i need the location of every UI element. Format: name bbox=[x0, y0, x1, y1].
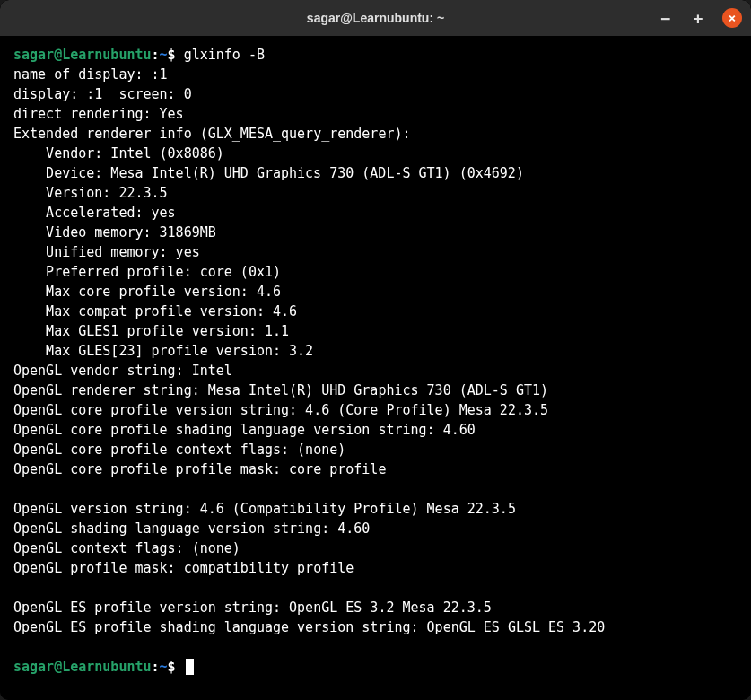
output-line: Preferred profile: core (0x1) bbox=[13, 264, 281, 280]
output-line: direct rendering: Yes bbox=[13, 106, 184, 122]
prompt-user-host: sagar@Learnubuntu bbox=[13, 659, 152, 675]
minimize-icon[interactable]: − bbox=[658, 10, 674, 26]
output-line: Max core profile version: 4.6 bbox=[13, 284, 281, 300]
output-line: OpenGL core profile context flags: (none… bbox=[13, 442, 345, 458]
close-icon[interactable]: × bbox=[722, 8, 742, 28]
output-line: OpenGL renderer string: Mesa Intel(R) UH… bbox=[13, 382, 548, 398]
terminal-window: sagar@Learnubuntu: ~ − + × sagar@Learnub… bbox=[0, 0, 751, 700]
prompt-symbol: $ bbox=[168, 659, 176, 675]
prompt-separator: : bbox=[152, 47, 160, 63]
output-line: Unified memory: yes bbox=[13, 244, 200, 260]
output-line: OpenGL profile mask: compatibility profi… bbox=[13, 560, 354, 576]
output-line: OpenGL version string: 4.6 (Compatibilit… bbox=[13, 501, 516, 517]
prompt-path: ~ bbox=[160, 659, 168, 675]
prompt-separator: : bbox=[152, 659, 160, 675]
titlebar[interactable]: sagar@Learnubuntu: ~ − + × bbox=[0, 0, 751, 36]
output-line: OpenGL shading language version string: … bbox=[13, 521, 370, 537]
output-line: Max GLES[23] profile version: 3.2 bbox=[13, 343, 313, 359]
output-line: OpenGL context flags: (none) bbox=[13, 540, 240, 556]
output-line: Extended renderer info (GLX_MESA_query_r… bbox=[13, 126, 411, 142]
output-line: Version: 22.3.5 bbox=[13, 185, 168, 201]
prompt-user-host: sagar@Learnubuntu bbox=[13, 47, 152, 63]
output-line: Accelerated: yes bbox=[13, 205, 176, 221]
output-line: Max GLES1 profile version: 1.1 bbox=[13, 323, 289, 339]
output-line: OpenGL ES profile version string: OpenGL… bbox=[13, 599, 492, 616]
output-line: OpenGL vendor string: Intel bbox=[13, 363, 232, 379]
cursor-icon bbox=[186, 659, 194, 675]
command-text: glxinfo -B bbox=[184, 47, 265, 63]
window-title: sagar@Learnubuntu: ~ bbox=[307, 11, 444, 25]
window-controls: − + × bbox=[658, 8, 742, 28]
prompt-symbol: $ bbox=[168, 47, 176, 63]
output-line: OpenGL core profile version string: 4.6 … bbox=[13, 402, 548, 418]
output-line: name of display: :1 bbox=[13, 66, 168, 83]
output-line: Device: Mesa Intel(R) UHD Graphics 730 (… bbox=[13, 165, 524, 181]
maximize-icon[interactable]: + bbox=[690, 10, 706, 26]
output-line: Max compat profile version: 4.6 bbox=[13, 303, 297, 319]
prompt-path: ~ bbox=[160, 47, 168, 63]
output-line: Video memory: 31869MB bbox=[13, 224, 216, 241]
output-line: OpenGL core profile shading language ver… bbox=[13, 422, 476, 438]
terminal-body[interactable]: sagar@Learnubuntu:~$ glxinfo -B name of … bbox=[0, 36, 751, 700]
output-line: Vendor: Intel (0x8086) bbox=[13, 145, 224, 162]
output-line: display: :1 screen: 0 bbox=[13, 86, 192, 102]
output-line: OpenGL core profile profile mask: core p… bbox=[13, 461, 386, 477]
output-line: OpenGL ES profile shading language versi… bbox=[13, 619, 605, 635]
